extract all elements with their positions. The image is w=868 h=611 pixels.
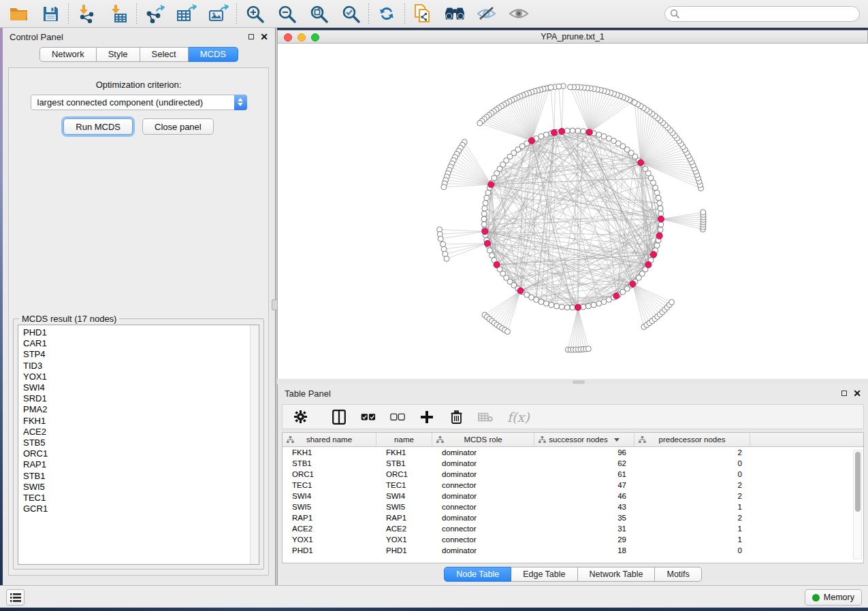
network-node[interactable] (591, 302, 596, 308)
network-node[interactable] (654, 243, 660, 248)
network-node[interactable] (654, 190, 660, 195)
open-folder-icon[interactable] (8, 4, 29, 23)
mcds-result-item[interactable]: PHD1 (23, 327, 259, 338)
network-node[interactable] (483, 201, 488, 206)
mcds-hub-node[interactable] (630, 281, 636, 287)
satellite-node[interactable] (505, 329, 511, 334)
deselect-all-icon[interactable] (390, 409, 405, 425)
satellite-node[interactable] (585, 346, 591, 352)
satellite-node[interactable] (477, 120, 483, 126)
optimization-criterion-select[interactable]: largest connected component (undirected) (31, 95, 247, 110)
tab-node-table[interactable]: Node Table (444, 567, 511, 582)
mcds-hub-node[interactable] (658, 216, 664, 222)
mcds-result-scrollbar[interactable] (250, 325, 259, 564)
network-node[interactable] (601, 133, 607, 139)
delete-column-icon[interactable] (449, 409, 464, 425)
tab-mcds[interactable]: MCDS (189, 47, 238, 62)
zoom-in-icon[interactable] (244, 4, 265, 23)
network-node[interactable] (658, 205, 663, 211)
network-node[interactable] (485, 190, 491, 195)
tab-style[interactable]: Style (97, 47, 140, 62)
network-node[interactable] (484, 195, 489, 201)
satellite-node[interactable] (441, 184, 447, 190)
network-node[interactable] (539, 133, 544, 139)
network-node[interactable] (570, 305, 575, 310)
window-close-icon[interactable] (284, 33, 292, 42)
satellite-node[interactable] (438, 236, 443, 242)
binoculars-icon[interactable] (445, 4, 465, 23)
window-minimize-icon[interactable] (298, 33, 306, 42)
tab-network-table[interactable]: Network Table (578, 567, 656, 582)
network-canvas[interactable] (277, 44, 868, 379)
horizontal-splitter-handle[interactable] (573, 380, 585, 384)
network-node[interactable] (543, 132, 549, 137)
mcds-result-item[interactable]: STB5 (23, 437, 259, 448)
network-node[interactable] (559, 304, 564, 310)
network-node[interactable] (656, 195, 661, 201)
network-node[interactable] (596, 132, 602, 137)
mcds-hub-node[interactable] (485, 240, 491, 246)
mcds-hub-node[interactable] (645, 262, 652, 268)
tab-network[interactable]: Network (39, 47, 97, 62)
add-column-icon[interactable] (419, 409, 434, 425)
mcds-hub-node[interactable] (551, 129, 558, 135)
satellite-node[interactable] (548, 85, 553, 90)
table-row[interactable]: PHD1PHD1dominator180 (283, 545, 863, 556)
table-row[interactable]: FKH1FKH1dominator962 (283, 447, 863, 458)
mcds-hub-node[interactable] (656, 233, 662, 239)
column-layout-icon[interactable] (332, 409, 347, 425)
table-row[interactable]: STB1STB1dominator620 (283, 458, 863, 469)
mcds-hub-node[interactable] (529, 137, 535, 144)
network-node[interactable] (585, 303, 591, 309)
float-table-panel-icon[interactable] (841, 391, 847, 396)
tab-edge-table[interactable]: Edge Table (511, 567, 577, 582)
close-panel-button[interactable]: Close panel (142, 118, 214, 135)
column-header-MCDS-role[interactable]: MCDS role (432, 433, 534, 446)
network-node[interactable] (596, 301, 602, 306)
network-node[interactable] (581, 129, 586, 134)
mcds-result-item[interactable]: STP4 (23, 349, 259, 360)
column-header-predecessor-nodes[interactable]: predecessor nodes (634, 433, 750, 446)
window-maximize-icon[interactable] (311, 33, 319, 42)
tab-select[interactable]: Select (140, 47, 189, 62)
mcds-hub-node[interactable] (559, 129, 565, 135)
network-node[interactable] (539, 299, 544, 305)
network-node[interactable] (564, 128, 570, 133)
satellite-node[interactable] (669, 299, 675, 305)
mcds-result-item[interactable]: TEC1 (23, 493, 259, 503)
refresh-icon[interactable] (376, 4, 397, 23)
satellite-node[interactable] (444, 256, 449, 261)
network-node[interactable] (564, 305, 570, 310)
duplicate-network-icon[interactable] (413, 4, 433, 23)
table-row[interactable]: TEC1TEC1connector472 (283, 480, 863, 491)
tab-motifs[interactable]: Motifs (655, 567, 701, 582)
network-node[interactable] (482, 205, 487, 211)
table-row[interactable]: ORC1ORC1dominator610 (283, 469, 863, 480)
satellite-node[interactable] (440, 242, 446, 247)
mcds-hub-node[interactable] (651, 252, 657, 258)
network-node[interactable] (658, 211, 664, 216)
network-node[interactable] (581, 304, 586, 310)
run-mcds-button[interactable]: Run MCDS (63, 118, 133, 135)
export-image-icon[interactable] (208, 4, 229, 23)
mcds-hub-node[interactable] (482, 229, 488, 235)
float-panel-icon[interactable] (248, 34, 254, 39)
network-node[interactable] (575, 128, 581, 133)
mcds-result-item[interactable]: GCR1 (23, 503, 259, 514)
mcds-hub-node[interactable] (517, 288, 524, 294)
network-node[interactable] (543, 301, 549, 306)
network-node[interactable] (481, 222, 487, 227)
gear-icon[interactable] (293, 409, 308, 425)
mcds-result-item[interactable]: STB1 (23, 471, 259, 482)
task-history-button[interactable] (6, 589, 25, 606)
mcds-hub-node[interactable] (586, 129, 592, 135)
satellite-node[interactable] (632, 100, 637, 105)
export-network-icon[interactable] (144, 4, 165, 23)
network-node[interactable] (658, 227, 663, 233)
mcds-hub-node[interactable] (638, 160, 644, 166)
network-node[interactable] (658, 222, 664, 227)
close-panel-icon[interactable]: ✕ (260, 33, 268, 40)
network-node[interactable] (657, 201, 662, 206)
network-node[interactable] (554, 303, 560, 309)
table-scrollbar-thumb[interactable] (855, 452, 861, 512)
